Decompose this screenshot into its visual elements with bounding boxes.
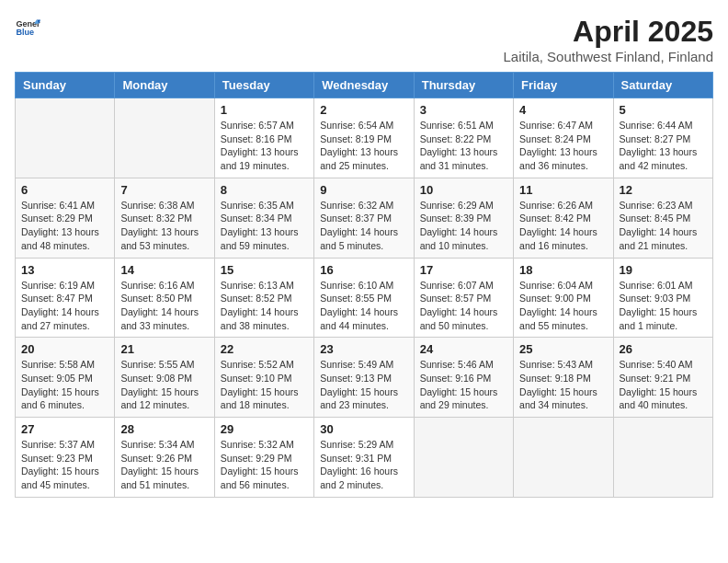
day-number: 20 [21, 342, 108, 356]
day-number: 25 [519, 342, 607, 356]
day-info: Sunrise: 6:41 AMSunset: 8:29 PMDaylight:… [21, 199, 108, 253]
day-number: 24 [420, 342, 507, 356]
calendar-cell: 12Sunrise: 6:23 AMSunset: 8:45 PMDayligh… [613, 178, 712, 258]
day-info: Sunrise: 5:55 AMSunset: 9:08 PMDaylight:… [120, 358, 208, 412]
calendar-week-row: 6Sunrise: 6:41 AMSunset: 8:29 PMDaylight… [16, 178, 713, 258]
calendar-body: 1Sunrise: 6:57 AMSunset: 8:16 PMDaylight… [16, 98, 713, 498]
day-info: Sunrise: 6:04 AMSunset: 9:00 PMDaylight:… [519, 279, 607, 333]
calendar-cell: 28Sunrise: 5:34 AMSunset: 9:26 PMDayligh… [115, 418, 214, 498]
day-info: Sunrise: 6:29 AMSunset: 8:39 PMDaylight:… [420, 199, 507, 253]
day-header-thursday: Thursday [414, 73, 513, 98]
day-number: 27 [21, 422, 108, 436]
calendar-cell: 25Sunrise: 5:43 AMSunset: 9:18 PMDayligh… [514, 338, 613, 418]
day-info: Sunrise: 6:23 AMSunset: 8:45 PMDaylight:… [620, 199, 707, 253]
calendar-cell: 23Sunrise: 5:49 AMSunset: 9:13 PMDayligh… [314, 338, 414, 418]
day-info: Sunrise: 6:32 AMSunset: 8:37 PMDaylight:… [320, 199, 407, 253]
subtitle: Laitila, Southwest Finland, Finland [504, 49, 713, 64]
day-header-tuesday: Tuesday [214, 73, 313, 98]
calendar-cell: 18Sunrise: 6:04 AMSunset: 9:00 PMDayligh… [514, 258, 613, 338]
day-number: 8 [221, 183, 308, 197]
day-info: Sunrise: 6:47 AMSunset: 8:24 PMDaylight:… [519, 119, 607, 173]
calendar-week-row: 13Sunrise: 6:19 AMSunset: 8:47 PMDayligh… [16, 258, 713, 338]
calendar-table: SundayMondayTuesdayWednesdayThursdayFrid… [15, 72, 713, 498]
calendar-cell: 2Sunrise: 6:54 AMSunset: 8:19 PMDaylight… [314, 98, 414, 178]
svg-text:Blue: Blue [16, 28, 34, 37]
day-info: Sunrise: 5:49 AMSunset: 9:13 PMDaylight:… [320, 358, 407, 412]
logo-icon: General Blue [15, 15, 40, 40]
calendar-cell: 24Sunrise: 5:46 AMSunset: 9:16 PMDayligh… [414, 338, 513, 418]
day-number: 7 [120, 183, 208, 197]
calendar-cell: 15Sunrise: 6:13 AMSunset: 8:52 PMDayligh… [214, 258, 313, 338]
day-number: 2 [320, 103, 407, 117]
calendar-cell: 20Sunrise: 5:58 AMSunset: 9:05 PMDayligh… [16, 338, 115, 418]
calendar-cell: 19Sunrise: 6:01 AMSunset: 9:03 PMDayligh… [613, 258, 712, 338]
day-number: 5 [620, 103, 707, 117]
calendar-cell: 5Sunrise: 6:44 AMSunset: 8:27 PMDaylight… [613, 98, 712, 178]
calendar-cell: 13Sunrise: 6:19 AMSunset: 8:47 PMDayligh… [16, 258, 115, 338]
calendar-cell: 26Sunrise: 5:40 AMSunset: 9:21 PMDayligh… [613, 338, 712, 418]
day-number: 10 [420, 183, 507, 197]
calendar-cell: 22Sunrise: 5:52 AMSunset: 9:10 PMDayligh… [214, 338, 313, 418]
day-number: 26 [620, 342, 707, 356]
day-info: Sunrise: 6:07 AMSunset: 8:57 PMDaylight:… [420, 279, 507, 333]
day-info: Sunrise: 6:13 AMSunset: 8:52 PMDaylight:… [221, 279, 308, 333]
day-header-wednesday: Wednesday [314, 73, 414, 98]
calendar-cell [16, 98, 115, 178]
day-number: 12 [620, 183, 707, 197]
day-number: 15 [221, 263, 308, 277]
calendar-cell: 9Sunrise: 6:32 AMSunset: 8:37 PMDaylight… [314, 178, 414, 258]
day-number: 3 [420, 103, 507, 117]
calendar-cell [514, 418, 613, 498]
day-info: Sunrise: 6:44 AMSunset: 8:27 PMDaylight:… [620, 119, 707, 173]
day-number: 11 [519, 183, 607, 197]
day-number: 6 [21, 183, 108, 197]
calendar-cell: 17Sunrise: 6:07 AMSunset: 8:57 PMDayligh… [414, 258, 513, 338]
calendar-cell: 8Sunrise: 6:35 AMSunset: 8:34 PMDaylight… [214, 178, 313, 258]
day-number: 29 [221, 422, 308, 436]
day-header-saturday: Saturday [613, 73, 712, 98]
calendar-cell: 4Sunrise: 6:47 AMSunset: 8:24 PMDaylight… [514, 98, 613, 178]
day-info: Sunrise: 6:26 AMSunset: 8:42 PMDaylight:… [519, 199, 607, 253]
calendar-cell: 11Sunrise: 6:26 AMSunset: 8:42 PMDayligh… [514, 178, 613, 258]
title-area: April 2025 Laitila, Southwest Finland, F… [504, 15, 713, 64]
day-number: 18 [519, 263, 607, 277]
day-info: Sunrise: 6:51 AMSunset: 8:22 PMDaylight:… [420, 119, 507, 173]
calendar-cell [414, 418, 513, 498]
day-info: Sunrise: 6:16 AMSunset: 8:50 PMDaylight:… [120, 279, 208, 333]
day-number: 1 [221, 103, 308, 117]
day-number: 13 [21, 263, 108, 277]
day-info: Sunrise: 6:57 AMSunset: 8:16 PMDaylight:… [221, 119, 308, 173]
logo: General Blue [15, 15, 40, 40]
calendar-cell: 16Sunrise: 6:10 AMSunset: 8:55 PMDayligh… [314, 258, 414, 338]
day-info: Sunrise: 5:58 AMSunset: 9:05 PMDaylight:… [21, 358, 108, 412]
day-number: 30 [320, 422, 407, 436]
day-info: Sunrise: 5:46 AMSunset: 9:16 PMDaylight:… [420, 358, 507, 412]
day-info: Sunrise: 5:40 AMSunset: 9:21 PMDaylight:… [620, 358, 707, 412]
day-number: 21 [120, 342, 208, 356]
day-info: Sunrise: 6:10 AMSunset: 8:55 PMDaylight:… [320, 279, 407, 333]
calendar-cell: 21Sunrise: 5:55 AMSunset: 9:08 PMDayligh… [115, 338, 214, 418]
day-header-monday: Monday [115, 73, 214, 98]
day-number: 28 [120, 422, 208, 436]
day-header-sunday: Sunday [16, 73, 115, 98]
day-info: Sunrise: 6:35 AMSunset: 8:34 PMDaylight:… [221, 199, 308, 253]
header-row: SundayMondayTuesdayWednesdayThursdayFrid… [16, 73, 713, 98]
day-info: Sunrise: 6:01 AMSunset: 9:03 PMDaylight:… [620, 279, 707, 333]
calendar-cell: 10Sunrise: 6:29 AMSunset: 8:39 PMDayligh… [414, 178, 513, 258]
calendar-cell: 6Sunrise: 6:41 AMSunset: 8:29 PMDaylight… [16, 178, 115, 258]
day-info: Sunrise: 6:19 AMSunset: 8:47 PMDaylight:… [21, 279, 108, 333]
day-number: 19 [620, 263, 707, 277]
day-header-friday: Friday [514, 73, 613, 98]
day-info: Sunrise: 5:37 AMSunset: 9:23 PMDaylight:… [21, 438, 108, 492]
day-number: 9 [320, 183, 407, 197]
calendar-week-row: 20Sunrise: 5:58 AMSunset: 9:05 PMDayligh… [16, 338, 713, 418]
calendar-cell [115, 98, 214, 178]
calendar-cell: 29Sunrise: 5:32 AMSunset: 9:29 PMDayligh… [214, 418, 313, 498]
calendar-cell: 27Sunrise: 5:37 AMSunset: 9:23 PMDayligh… [16, 418, 115, 498]
day-number: 16 [320, 263, 407, 277]
calendar-week-row: 1Sunrise: 6:57 AMSunset: 8:16 PMDaylight… [16, 98, 713, 178]
day-info: Sunrise: 6:54 AMSunset: 8:19 PMDaylight:… [320, 119, 407, 173]
day-info: Sunrise: 6:38 AMSunset: 8:32 PMDaylight:… [120, 199, 208, 253]
calendar-cell [613, 418, 712, 498]
calendar-cell: 14Sunrise: 6:16 AMSunset: 8:50 PMDayligh… [115, 258, 214, 338]
